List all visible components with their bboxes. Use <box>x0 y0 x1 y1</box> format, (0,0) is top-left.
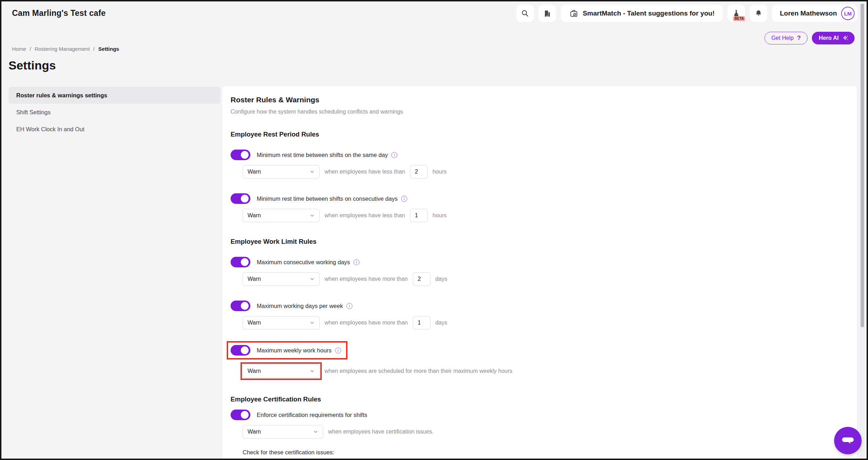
notifications-button[interactable] <box>750 5 767 22</box>
warn-select-value: Warn <box>248 429 261 435</box>
question-mark-icon: ? <box>797 35 801 42</box>
toggle-knob <box>241 302 249 310</box>
scrollbar-thumb[interactable] <box>861 4 864 327</box>
chat-bubble-icon <box>840 433 855 448</box>
chevron-down-icon <box>313 429 318 434</box>
section-heading-certification: Employee Certification Rules <box>231 395 845 403</box>
smartmatch-briefcase-icon <box>569 9 578 18</box>
warn-select[interactable]: Warn <box>243 209 320 222</box>
page-title: Settings <box>8 59 56 72</box>
threshold-input[interactable] <box>413 316 430 329</box>
rule-label: Maximum working days per week <box>257 303 343 309</box>
sidebar-item-roster-rules[interactable]: Roster rules & warnings settings <box>8 87 220 104</box>
building-icon <box>543 9 552 18</box>
info-icon[interactable] <box>346 303 352 309</box>
unit-text: hours <box>433 212 447 219</box>
rule-label: Minimum rest time between shifts on cons… <box>257 195 398 202</box>
breadcrumb-rostering[interactable]: Rostering Management <box>35 46 90 52</box>
rule-max-weekly-hours: Maximum weekly work hours Warn when empl… <box>231 344 845 378</box>
breadcrumb-separator: / <box>93 46 95 52</box>
warn-select[interactable]: Warn <box>243 364 320 378</box>
search-button[interactable] <box>516 5 534 22</box>
warn-select[interactable]: Warn <box>243 272 320 286</box>
smartmatch-button[interactable]: SmartMatch - Talent suggestions for you! <box>561 5 723 22</box>
info-icon[interactable] <box>391 152 397 158</box>
toggle-knob <box>241 346 249 354</box>
checklist-label: Check for these certification issues: <box>243 449 845 456</box>
chat-launcher-button[interactable] <box>834 427 862 454</box>
app-window: { "topbar": { "company_name": "Cam Marli… <box>0 0 868 460</box>
toggle-max-weekly-hours[interactable] <box>231 345 250 356</box>
panel-title: Roster Rules & Warnings <box>231 96 845 104</box>
get-help-button[interactable]: Get Help ? <box>765 32 808 44</box>
highlight-box-select: Warn <box>240 362 322 380</box>
smartmatch-label: SmartMatch - Talent suggestions for you! <box>583 10 714 17</box>
condition-text: when employees are scheduled for more th… <box>325 368 512 374</box>
unit-text: days <box>435 276 447 282</box>
toggle-max-consecutive-days[interactable] <box>231 257 250 267</box>
user-menu[interactable]: Loren Mathewson LM <box>772 5 857 22</box>
toggle-min-rest-same-day[interactable] <box>231 150 250 160</box>
unit-text: hours <box>433 169 447 175</box>
chevron-down-icon <box>310 169 315 174</box>
toggle-knob <box>241 151 249 159</box>
rule-label: Maximum consecutive working days <box>257 259 350 266</box>
threshold-input[interactable] <box>410 165 428 178</box>
breadcrumb-home[interactable]: Home <box>12 46 26 52</box>
highlight-box-toggle: Maximum weekly work hours <box>227 341 347 359</box>
warn-select[interactable]: Warn <box>243 316 320 329</box>
warn-select-value: Warn <box>248 368 261 374</box>
toggle-min-rest-consecutive-days[interactable] <box>231 193 250 204</box>
condition-text: when employees have more than <box>325 276 408 282</box>
panel-subtitle: Configure how the system handles schedul… <box>231 109 845 115</box>
sparkles-icon <box>842 35 849 42</box>
search-icon <box>521 9 529 18</box>
labs-button[interactable]: BETA <box>727 5 745 22</box>
breadcrumb: Home / Rostering Management / Settings <box>12 46 119 52</box>
section-heading-rest: Employee Rest Period Rules <box>231 131 845 138</box>
organisation-button[interactable] <box>539 5 556 22</box>
rule-min-rest-same-day: Minimum rest time between shifts on the … <box>231 150 845 178</box>
breadcrumb-separator: / <box>30 46 31 52</box>
hero-ai-button[interactable]: Hero AI <box>812 32 855 44</box>
rule-max-consecutive-days: Maximum consecutive working days Warn wh… <box>231 257 845 286</box>
roster-rules-panel: Roster Rules & Warnings Configure how th… <box>222 85 857 460</box>
toggle-max-days-per-week[interactable] <box>231 301 250 311</box>
chevron-down-icon <box>310 369 315 374</box>
toggle-enforce-certifications[interactable] <box>231 410 250 420</box>
beta-badge: BETA <box>733 16 745 21</box>
get-help-label: Get Help <box>771 35 793 41</box>
toggle-knob <box>241 258 249 266</box>
warn-select[interactable]: Warn <box>243 165 320 178</box>
bell-icon <box>755 10 762 17</box>
warn-select[interactable]: Warn <box>243 425 323 438</box>
warn-select-value: Warn <box>248 320 261 326</box>
rule-enforce-certifications: Enforce certification requirements for s… <box>231 410 845 460</box>
topbar-actions: SmartMatch - Talent suggestions for you!… <box>516 5 857 22</box>
threshold-input[interactable] <box>410 209 428 222</box>
info-icon[interactable] <box>335 347 341 353</box>
rule-label: Minimum rest time between shifts on the … <box>257 152 388 158</box>
scrollbar-track[interactable] <box>860 2 865 458</box>
sidebar-item-shift-settings[interactable]: Shift Settings <box>8 104 220 121</box>
rule-label: Enforce certification requirements for s… <box>257 412 367 418</box>
unit-text: days <box>435 320 447 326</box>
info-icon[interactable] <box>401 196 407 202</box>
toggle-knob <box>241 195 249 202</box>
chevron-down-icon <box>310 277 315 282</box>
sidebar-item-eh-work-clock[interactable]: EH Work Clock In and Out <box>8 121 220 138</box>
user-name: Loren Mathewson <box>780 10 837 17</box>
rule-max-days-per-week: Maximum working days per week Warn when … <box>231 301 845 329</box>
condition-text: when employees have less than <box>325 212 405 219</box>
section-heading-work-limit: Employee Work Limit Rules <box>231 238 845 246</box>
company-title: Cam Marling's Test cafe <box>12 8 106 18</box>
info-icon[interactable] <box>353 259 359 265</box>
rule-min-rest-consecutive-days: Minimum rest time between shifts on cons… <box>231 193 845 222</box>
warn-select-value: Warn <box>248 276 261 282</box>
toggle-knob <box>241 411 249 419</box>
condition-text: when employees have certification issues… <box>328 429 434 435</box>
help-actions: Get Help ? Hero AI <box>765 32 855 44</box>
hero-ai-label: Hero AI <box>819 35 839 41</box>
threshold-input[interactable] <box>413 272 430 286</box>
avatar: LM <box>841 7 855 20</box>
